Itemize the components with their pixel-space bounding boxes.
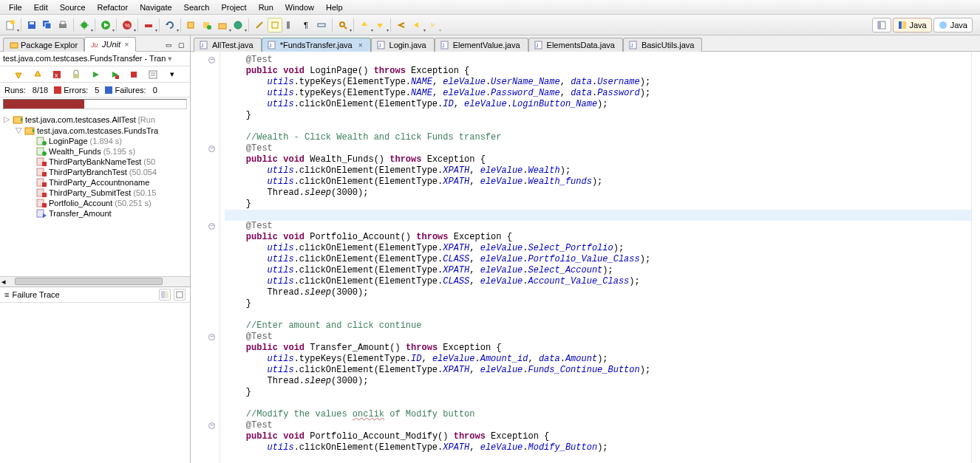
menu-window[interactable]: Window [279, 1, 320, 13]
menubar: File Edit Source Refactor Navigate Searc… [0, 0, 980, 15]
open-type-button[interactable] [184, 18, 199, 32]
rerun-fail-button[interactable] [109, 69, 120, 80]
debug-button[interactable] [77, 18, 92, 32]
filter-stack-button[interactable] [174, 289, 186, 301]
save-all-button[interactable] [40, 18, 55, 32]
tree-item[interactable]: ThirdParty_SubmitTest (50.15 [0, 188, 190, 198]
menu-help[interactable]: Help [320, 1, 349, 13]
menu-refactor[interactable]: Refactor [92, 1, 135, 13]
ruler-button[interactable] [314, 18, 329, 32]
editor-tab[interactable]: JLogin.java [371, 38, 435, 52]
menu-project[interactable]: Project [215, 1, 252, 13]
tree-item[interactable]: ThirdParty_Accountnoname [0, 177, 190, 188]
menu-file[interactable]: File [3, 1, 28, 13]
menu-source[interactable]: Source [54, 1, 92, 13]
svg-line-27 [344, 27, 347, 29]
highlight-button[interactable] [268, 18, 282, 32]
wand-button[interactable] [252, 18, 267, 32]
package-explorer-tab[interactable]: Package Explor [3, 38, 84, 52]
editor-tab[interactable]: JElementValue.java [435, 38, 528, 52]
block-select-button[interactable] [283, 18, 298, 32]
left-panel: Package Explor JuJUnit× ▭ ▢ test.java.co… [0, 35, 191, 463]
lock-scroll-button[interactable] [70, 69, 82, 80]
new-button[interactable] [3, 18, 18, 32]
new-package-button[interactable] [215, 18, 230, 32]
svg-point-19 [207, 25, 211, 30]
history-button[interactable] [147, 69, 159, 80]
stack-icon: ≡ [4, 290, 9, 299]
code-editor[interactable]: @Test public void LoginPage() throws Exc… [220, 52, 971, 463]
junit-tab[interactable]: JuJUnit× [84, 37, 136, 52]
new-class-button[interactable] [231, 18, 245, 32]
fold-icon[interactable] [208, 223, 215, 230]
java-file-icon: J [628, 41, 639, 49]
rerun-button[interactable] [89, 69, 101, 80]
prev-fail-button[interactable] [32, 69, 44, 80]
junit-tree[interactable]: ▷test.java.com.testcases.AllTest [Run▽te… [0, 112, 190, 276]
compare-button[interactable] [159, 289, 171, 301]
tree-item[interactable]: Wealth_Funds (5.195 s) [0, 146, 190, 157]
forward-button[interactable] [425, 18, 440, 32]
next-fail-button[interactable] [13, 69, 24, 80]
view-menu-button[interactable]: ▾ [166, 69, 178, 80]
whitespace-button[interactable]: ¶ [299, 18, 313, 32]
tree-item[interactable]: Transfer_Amount [0, 208, 190, 219]
fold-icon[interactable] [208, 334, 215, 340]
tree-item[interactable]: LoginPage (1.894 s) [0, 136, 190, 146]
svg-rect-48 [149, 71, 157, 78]
refresh-button[interactable] [163, 18, 177, 32]
print-button[interactable] [55, 18, 70, 32]
editor-tab[interactable]: J*FundsTransfer.java [262, 38, 371, 52]
java-perspective-button[interactable]: Java [893, 18, 932, 32]
menu-search[interactable]: Search [178, 1, 216, 13]
svg-point-21 [234, 21, 242, 29]
tree-hscroll[interactable]: ◂ [0, 276, 190, 287]
run-button[interactable] [98, 18, 113, 32]
overview-ruler[interactable] [971, 52, 980, 463]
show-fail-button[interactable]: x [51, 69, 63, 80]
editor-tab[interactable]: JAllTest.java [194, 38, 262, 52]
coverage-button[interactable]: % [120, 18, 135, 32]
stop-button[interactable] [128, 69, 140, 80]
svg-rect-62 [42, 172, 47, 176]
editor-gutter[interactable] [191, 52, 220, 463]
menu-run[interactable]: Run [253, 1, 279, 13]
fold-icon[interactable] [208, 57, 215, 64]
search-button[interactable] [336, 18, 350, 32]
svg-point-56 [42, 141, 47, 145]
svg-rect-24 [287, 21, 290, 29]
annotation-next-button[interactable] [372, 18, 387, 32]
tree-item[interactable]: ThirdPartyBankNameTest (50 [0, 157, 190, 167]
back-button[interactable] [409, 18, 424, 32]
last-edit-button[interactable] [394, 18, 409, 32]
annotation-prev-button[interactable] [357, 18, 372, 32]
minimize-view-button[interactable]: ▭ [163, 39, 174, 51]
fold-icon[interactable] [208, 422, 215, 429]
save-button[interactable] [24, 18, 39, 32]
editor-area: JAllTest.javaJ*FundsTransfer.javaJLogin.… [191, 35, 980, 463]
javaee-perspective-button[interactable]: Java [933, 18, 973, 32]
svg-rect-64 [42, 182, 47, 187]
java-file-icon: J [199, 41, 209, 49]
tree-item[interactable]: Portfolio_Account (50.251 s) [0, 198, 190, 208]
svg-text:J: J [536, 43, 539, 48]
open-task-button[interactable] [200, 18, 214, 32]
maximize-view-button[interactable]: ▢ [175, 39, 187, 51]
menu-edit[interactable]: Edit [28, 1, 54, 13]
svg-rect-60 [42, 162, 47, 166]
tree-item[interactable]: ▷test.java.com.testcases.AllTest [Run [0, 114, 190, 125]
menu-navigate[interactable]: Navigate [134, 1, 177, 13]
svg-rect-17 [188, 22, 194, 28]
open-perspective-button[interactable] [872, 18, 891, 32]
svg-rect-46 [115, 75, 119, 79]
fold-icon[interactable] [208, 145, 215, 152]
svg-text:J: J [201, 43, 204, 48]
junit-counters: Runs: 8/18 Errors: 5 Failures: 0 [0, 83, 190, 97]
java-file-icon: J [440, 41, 450, 49]
tree-item[interactable]: ▽test.java.com.testcases.FundsTra [0, 125, 190, 136]
editor-tab[interactable]: JElementsData.java [528, 38, 623, 52]
ext-tools-button[interactable] [141, 18, 156, 32]
svg-marker-30 [414, 22, 418, 28]
tree-item[interactable]: ThirdPartyBranchTest (50.054 [0, 167, 190, 177]
editor-tab[interactable]: JBasicUtils.java [623, 38, 703, 52]
